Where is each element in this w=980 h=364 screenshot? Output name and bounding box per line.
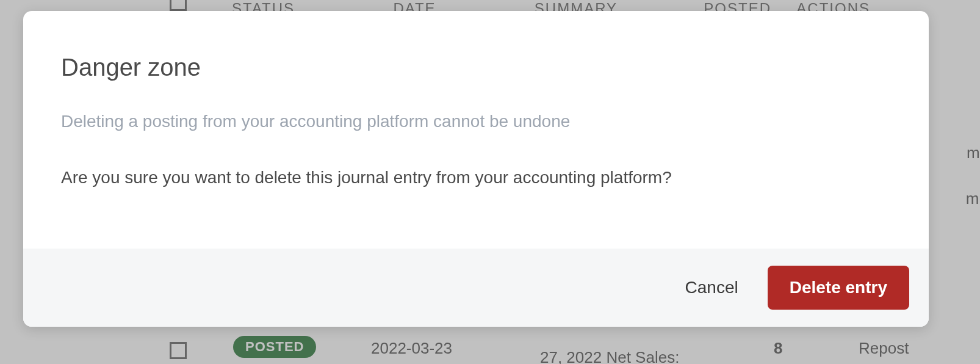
modal-title: Danger zone	[61, 54, 891, 81]
danger-zone-modal: Danger zone Deleting a posting from your…	[23, 11, 929, 327]
modal-message: Are you sure you want to delete this jou…	[61, 168, 891, 187]
cancel-button[interactable]: Cancel	[680, 272, 743, 304]
delete-entry-button[interactable]: Delete entry	[768, 266, 909, 310]
modal-subtitle: Deleting a posting from your accounting …	[61, 112, 891, 131]
modal-body: Danger zone Deleting a posting from your…	[23, 11, 929, 249]
modal-footer: Cancel Delete entry	[23, 249, 929, 327]
